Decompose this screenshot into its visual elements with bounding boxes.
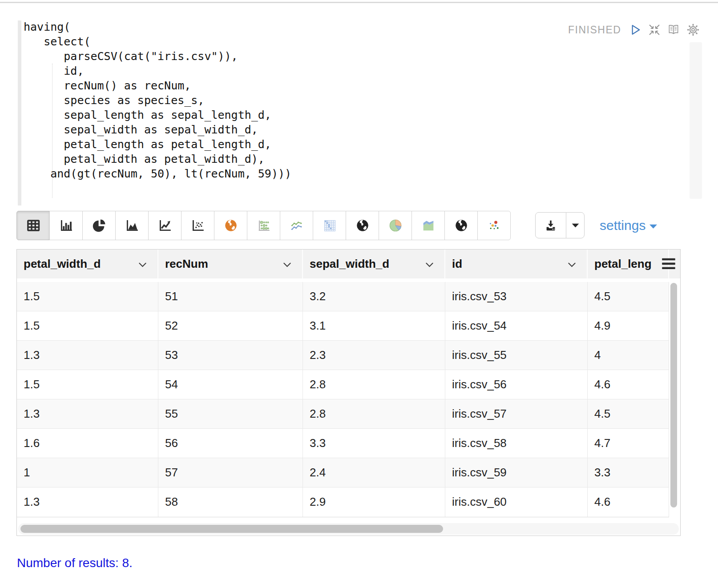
stacked-area-button[interactable] (411, 211, 445, 240)
pie-pastel-button[interactable] (379, 211, 412, 240)
table-cell: iris.csv_54 (445, 311, 588, 340)
column-header-label: sepal_width_d (310, 250, 389, 278)
chevron-down-icon (425, 262, 434, 268)
table-cell: 55 (158, 399, 303, 428)
table-cell: 4.7 (588, 429, 669, 458)
table-cell: iris.csv_59 (445, 458, 588, 487)
bubble-matrix-button[interactable] (247, 211, 280, 240)
settings-label: settings (600, 218, 645, 233)
scatter-chart-button[interactable] (181, 211, 214, 240)
table-cell: 54 (158, 370, 303, 399)
bubble-matrix-icon (256, 218, 271, 233)
globe-dark-1-button[interactable] (346, 211, 379, 240)
run-paragraph-button[interactable] (629, 23, 642, 36)
map-globe-orange-icon (223, 218, 238, 233)
globe-dark-1-icon (355, 218, 370, 233)
zeppelin-paragraph: having( select( parseCSV(cat("iris.csv")… (0, 0, 718, 588)
table-cell: 51 (158, 282, 303, 311)
table-row: 1.5542.8iris.csv_564.6 (17, 370, 669, 399)
globe-dark-2-button[interactable] (444, 211, 478, 240)
table-cell: 1.5 (17, 311, 158, 340)
line-chart-icon (157, 218, 173, 233)
show-editor-button[interactable] (667, 23, 680, 36)
table-cell: 2.3 (303, 341, 445, 370)
table-body: 1.5513.2iris.csv_534.51.5523.1iris.csv_5… (17, 282, 669, 517)
hamburger-menu-icon (662, 258, 676, 270)
table-cell: iris.csv_56 (445, 370, 588, 399)
table-cell: 4.6 (588, 370, 669, 399)
map-globe-orange-button[interactable] (214, 211, 247, 240)
table-row: 1.6563.3iris.csv_584.7 (17, 429, 669, 458)
table-cell: 53 (158, 341, 303, 370)
collapse-arrows-icon (648, 23, 661, 36)
column-header-label: petal_width_d (24, 250, 101, 278)
caret-down-icon (649, 224, 657, 229)
column-menu-button[interactable] (568, 262, 576, 267)
table-header-row: petal_width_drecNumsepal_width_didpetal_… (17, 250, 680, 278)
table-chart-icon (26, 218, 41, 233)
area-chart-button[interactable] (115, 211, 149, 240)
pie-chart-icon (92, 218, 107, 233)
table-cell: 1.6 (17, 429, 158, 458)
table-cell: iris.csv_53 (445, 282, 588, 311)
table-cell: 3.3 (588, 458, 669, 487)
multi-line-chart-icon (289, 218, 304, 233)
table-cell: 2.8 (303, 370, 445, 399)
editor-scrollbar[interactable] (690, 42, 702, 199)
table-cell: 3.2 (303, 282, 445, 311)
column-header-label: recNum (165, 250, 208, 278)
pie-chart-button[interactable] (82, 211, 116, 240)
download-icon (544, 219, 557, 232)
bar-chart-button[interactable] (49, 211, 83, 240)
chevron-down-icon (138, 262, 147, 268)
gear-icon (686, 23, 700, 36)
table-cell: 4.6 (588, 487, 669, 517)
pie-pastel-icon (388, 218, 403, 233)
paragraph-settings-button[interactable] (686, 23, 700, 36)
column-menu-button[interactable] (138, 262, 147, 267)
heatmap-button[interactable] (313, 211, 346, 240)
results-table: petal_width_drecNumsepal_width_didpetal_… (16, 249, 681, 536)
collapse-output-button[interactable] (648, 23, 661, 36)
table-cell: 58 (158, 487, 303, 517)
table-cell: 1.3 (17, 399, 158, 428)
table-cell: 1.3 (17, 487, 158, 517)
play-icon (629, 23, 642, 36)
column-header-recNum[interactable]: recNum (158, 250, 303, 278)
line-chart-button[interactable] (148, 211, 182, 240)
colored-scatter-button[interactable] (477, 211, 511, 240)
table-cell: 1.5 (17, 282, 158, 311)
settings-link[interactable]: settings (600, 218, 657, 233)
table-horizontal-scrollbar[interactable] (20, 525, 443, 533)
column-header-id[interactable]: id (445, 250, 588, 278)
code-editor-content[interactable]: having( select( parseCSV(cat("iris.csv")… (24, 20, 291, 181)
table-horizontal-scrollbar-track (18, 523, 679, 535)
table-row: 1.5513.2iris.csv_534.5 (17, 282, 669, 311)
column-menu-button[interactable] (283, 262, 291, 267)
open-book-icon (667, 23, 680, 36)
heatmap-icon (322, 218, 337, 233)
table-cell: 56 (158, 429, 303, 458)
table-cell: 4.5 (588, 282, 669, 311)
table-row: 1.5523.1iris.csv_544.9 (17, 311, 669, 341)
download-button[interactable] (535, 212, 566, 238)
table-chart-button[interactable] (16, 211, 50, 240)
column-header-sepal_width_d[interactable]: sepal_width_d (303, 250, 445, 278)
table-cell: 4 (588, 341, 669, 370)
paragraph-top-divider (0, 2, 718, 3)
stacked-area-icon (421, 218, 436, 233)
table-cell: 4.9 (588, 311, 669, 340)
table-vertical-scrollbar[interactable] (670, 283, 677, 507)
column-header-petal_leng[interactable]: petal_leng (588, 250, 669, 278)
download-options-button[interactable] (566, 212, 585, 238)
chevron-down-icon (568, 262, 576, 268)
column-header-petal_width_d[interactable]: petal_width_d (17, 250, 158, 278)
column-menu-button[interactable] (425, 262, 434, 267)
multi-line-chart-button[interactable] (280, 211, 313, 240)
table-cell: 57 (158, 458, 303, 487)
table-row: 1572.4iris.csv_593.3 (17, 458, 669, 487)
grid-menu-button[interactable] (662, 258, 676, 270)
column-header-label: petal_leng (594, 250, 652, 278)
table-cell: iris.csv_58 (445, 429, 588, 458)
table-cell: 1.5 (17, 370, 158, 399)
